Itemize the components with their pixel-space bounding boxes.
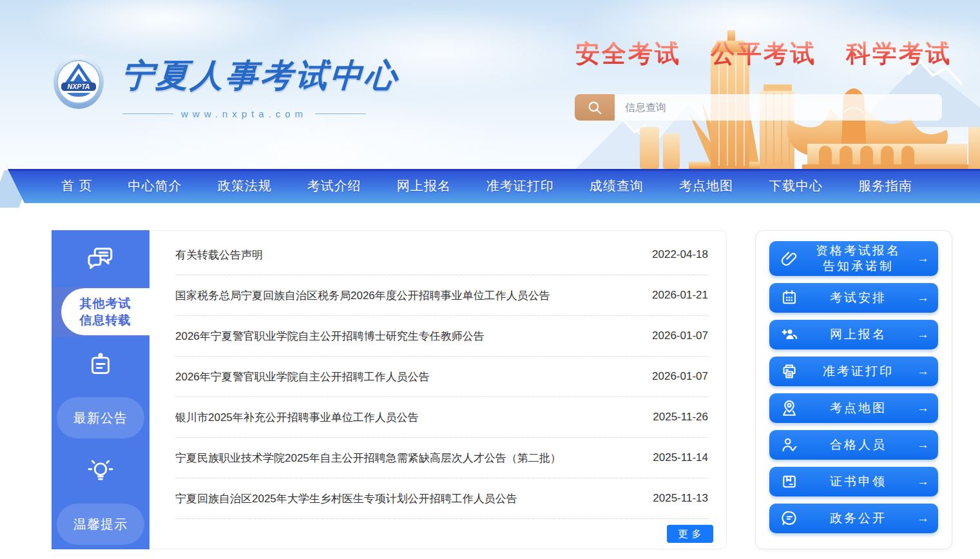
nav-item-score-query[interactable]: 成绩查询 (590, 177, 644, 195)
page: NXPTA 宁夏人事考试中心 www.nxpta.com 安全考试 公平考试 科… (0, 0, 980, 559)
sidebar-tab-label-line2: 信息转载 (80, 312, 131, 329)
quick-link-online-registration[interactable]: 网上报名 → (769, 320, 938, 349)
search-input[interactable] (615, 94, 942, 121)
arrow-right-icon: → (916, 291, 929, 305)
quick-link-label: 考试安排 (800, 290, 916, 306)
slogan-banner: 安全考试 公平考试 科学考试 (575, 37, 952, 70)
calendar-icon (778, 287, 800, 309)
quick-link-qualified-personnel[interactable]: 合格人员 → (769, 430, 938, 460)
arrow-right-icon: → (916, 511, 929, 525)
quick-link-government-affairs[interactable]: 政务公开 → (769, 504, 938, 533)
arrow-right-icon: → (916, 364, 929, 378)
announcement-date: 2025-11-26 (653, 411, 708, 424)
sidebar-tab-label-line1: 其他考试 (80, 295, 131, 312)
nav-item-download-center[interactable]: 下载中心 (769, 177, 823, 195)
sidebar-icon-block (52, 443, 149, 500)
slogan-safe: 安全考试 (575, 37, 681, 70)
announcement-date: 2026-01-07 (652, 370, 708, 383)
nav-item-online-registration[interactable]: 网上报名 (397, 177, 451, 195)
site-logo: NXPTA (53, 54, 104, 110)
slogan-fair: 公平考试 (711, 37, 816, 70)
svg-text:NXPTA: NXPTA (68, 83, 90, 90)
arrow-right-icon: → (916, 251, 929, 266)
page-title: 宁夏人事考试中心 (120, 54, 401, 97)
announcement-date: 2025-11-13 (653, 492, 708, 505)
nav-item-admission-ticket[interactable]: 准考证打印 (486, 177, 554, 195)
quick-link-label: 考点地图 (800, 400, 916, 416)
announcement-link[interactable]: 2026年宁夏警官职业学院自主公开招聘工作人员公告 (175, 369, 430, 384)
nav-item-policies[interactable]: 政策法规 (218, 177, 272, 195)
sidebar-icon-block (52, 230, 149, 287)
quick-link-label: 网上报名 (800, 327, 916, 342)
quick-link-print-ticket[interactable]: 准考证打印 → (769, 357, 938, 386)
announcement-link[interactable]: 有关转载公告声明 (175, 248, 263, 262)
announcement-list: 有关转载公告声明 2022-04-18 国家税务总局宁夏回族自治区税务局2026… (149, 230, 727, 549)
nav-item-exam-site-map[interactable]: 考点地图 (679, 177, 733, 195)
more-row: 更 多 (149, 519, 726, 549)
quick-link-certificate-claim[interactable]: 证书申领 → (769, 467, 938, 496)
nav-list: 首 页 中心简介 政策法规 考试介绍 网上报名 准考证打印 成绩查询 考点地图 … (0, 169, 980, 203)
announcement-link[interactable]: 2026年宁夏警官职业学院自主公开招聘博士研究生专任教师公告 (175, 329, 485, 344)
divider (315, 113, 366, 114)
main-nav: 首 页 中心简介 政策法规 考试介绍 网上报名 准考证打印 成绩查询 考点地图 … (0, 169, 980, 203)
announcement-date: 2026-01-07 (652, 329, 708, 342)
arrow-right-icon: → (916, 438, 929, 452)
quick-links-panel: 资格考试报名 告知承诺制 → 考试安排 → (755, 230, 952, 549)
cloud-decoration (26, 0, 296, 58)
quick-link-commitment[interactable]: 资格考试报名 告知承诺制 → (769, 241, 938, 276)
chat-info-icon (778, 507, 800, 529)
link-icon (778, 248, 800, 270)
clipboard-icon (86, 350, 115, 380)
announcement-link[interactable]: 宁夏回族自治区2025年大学生乡村医生专项计划公开招聘工作人员公告 (175, 491, 517, 506)
sidebar-tab-friendly-tips[interactable]: 温馨提示 (52, 500, 149, 549)
nav-item-center-intro[interactable]: 中心简介 (128, 177, 182, 195)
quick-link-label: 合格人员 (800, 437, 916, 453)
quick-link-label: 政务公开 (800, 511, 916, 526)
search-icon (586, 99, 603, 116)
sidebar-tab-active-pill[interactable]: 其他考试 信息转载 (61, 288, 149, 335)
quick-link-exam-site-map[interactable]: 考点地图 → (769, 393, 938, 423)
nav-item-exam-intro[interactable]: 考试介绍 (307, 177, 361, 195)
arrow-right-icon: → (916, 328, 929, 342)
announcement-date: 2026-01-21 (652, 289, 708, 302)
announcement-link[interactable]: 国家税务总局宁夏回族自治区税务局2026年度公开招聘事业单位工作人员公告 (175, 288, 550, 303)
sidebar-tab-latest-announcements[interactable]: 最新公告 (52, 393, 149, 443)
divider (122, 113, 173, 114)
main-content: 其他考试 信息转载 最新公告 (52, 230, 952, 549)
announcement-link[interactable]: 宁夏民族职业技术学院2025年自主公开招聘急需紧缺高层次人才公告（第二批） (175, 451, 561, 466)
quick-link-label: 证书申领 (800, 474, 916, 489)
site-header: NXPTA 宁夏人事考试中心 www.nxpta.com 安全考试 公平考试 科… (0, 0, 980, 169)
slogan-scientific: 科学考试 (846, 37, 952, 70)
quick-link-label: 资格考试报名 告知承诺制 (800, 243, 916, 274)
sidebar-tab-other-exam-info[interactable]: 其他考试 信息转载 (52, 287, 149, 337)
table-row: 宁夏回族自治区2025年大学生乡村医生专项计划公开招聘工作人员公告 2025-1… (175, 478, 708, 519)
chat-bubbles-icon (85, 243, 116, 274)
sidebar-tab-latest-pill[interactable]: 最新公告 (57, 397, 144, 438)
printer-icon (778, 360, 800, 382)
certificate-icon (778, 471, 800, 493)
table-row: 银川市2025年补充公开招聘事业单位工作人员公告 2025-11-26 (175, 397, 708, 438)
announcement-link[interactable]: 银川市2025年补充公开招聘事业单位工作人员公告 (175, 410, 419, 425)
more-button[interactable]: 更 多 (667, 525, 713, 543)
table-row: 国家税务总局宁夏回族自治区税务局2026年度公开招聘事业单位工作人员公告 202… (175, 275, 708, 316)
nav-item-service-guide[interactable]: 服务指南 (858, 177, 912, 195)
site-url: www.nxpta.com (181, 108, 307, 119)
table-row: 有关转载公告声明 2022-04-18 (175, 235, 708, 275)
cloud-decoration (116, 97, 515, 169)
table-row: 2026年宁夏警官职业学院自主公开招聘工作人员公告 2026-01-07 (175, 357, 708, 397)
sidebar-tabs: 其他考试 信息转载 最新公告 (52, 230, 149, 549)
sidebar-tab-tips-pill[interactable]: 温馨提示 (57, 504, 144, 545)
announcement-date: 2025-11-14 (653, 451, 708, 464)
announcement-date: 2022-04-18 (652, 248, 708, 261)
arrow-right-icon: → (916, 475, 929, 489)
person-check-icon (778, 434, 800, 456)
quick-link-exam-schedule[interactable]: 考试安排 → (769, 283, 938, 313)
table-row: 2026年宁夏警官职业学院自主公开招聘博士研究生专任教师公告 2026-01-0… (175, 316, 708, 357)
add-user-icon (778, 324, 800, 346)
search-bar (575, 94, 942, 121)
location-pin-icon (778, 397, 800, 419)
quick-link-label: 准考证打印 (800, 364, 916, 379)
nav-item-home[interactable]: 首 页 (61, 177, 93, 195)
sidebar-icon-block (52, 337, 149, 393)
search-button[interactable] (575, 94, 615, 121)
